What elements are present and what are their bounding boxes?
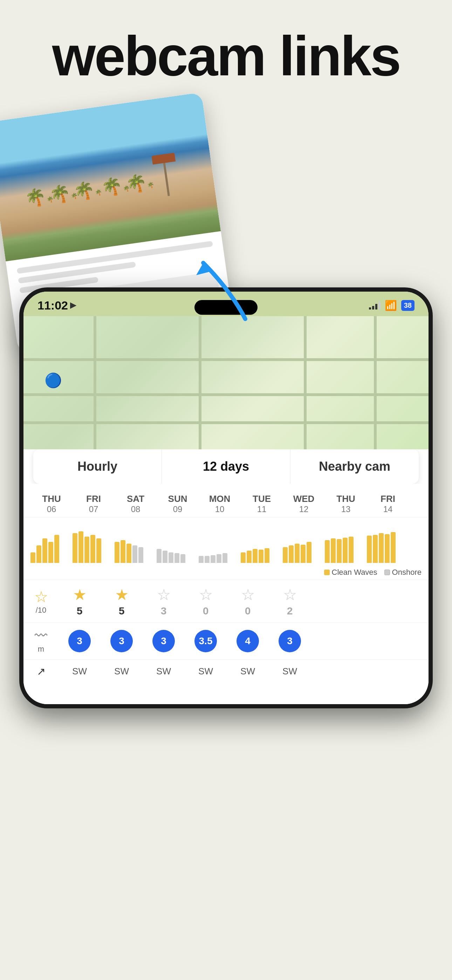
dir-label-1: SW (72, 666, 87, 677)
day-col-tue11: TUE 11 (241, 491, 283, 517)
bar-group-8 (325, 521, 367, 563)
map-road-h1 (24, 358, 428, 361)
tab-nearby[interactable]: Nearby cam (290, 449, 419, 484)
bar-group-2 (73, 521, 115, 563)
bar (175, 553, 180, 563)
tab-hourly[interactable]: Hourly (33, 449, 162, 484)
wave-icon: 〰 (35, 628, 47, 643)
wave-cell-4: 3.5 ↗ (185, 624, 227, 658)
bar (91, 535, 95, 563)
wave-cell-2: 3 ↗ (100, 624, 143, 658)
signal-bars (369, 301, 380, 310)
day-num: 10 (200, 504, 239, 514)
wave-cell-1: 3 ↗ (59, 624, 100, 658)
bar (73, 533, 78, 563)
bar (115, 542, 119, 563)
tab-12days-label: 12 days (203, 459, 249, 474)
bar-group-4 (157, 521, 199, 563)
star-empty: ☆ (199, 586, 213, 604)
rating-row-label: ☆ /10 (24, 582, 59, 620)
day-col-sun09: SUN 09 (157, 491, 199, 517)
bar (223, 553, 228, 563)
day-label: THU (32, 493, 71, 504)
rating-num: 0 (203, 605, 209, 617)
wave-badge-2: 3 ↗ (110, 630, 133, 652)
bar (96, 538, 101, 563)
blue-arrow (182, 256, 259, 328)
bar (343, 538, 348, 563)
bar (54, 535, 59, 563)
day-label: TUE (242, 493, 282, 504)
phone-screen: 11:02 ▶ 📶 38 (24, 292, 428, 704)
map-road-h3 (24, 421, 428, 424)
map-road-v1 (94, 316, 96, 449)
dir-cell-4: SW (185, 660, 227, 682)
legend-onshore: Onshore (384, 568, 422, 577)
wave-unit: m (27, 644, 55, 654)
bar-group-6 (241, 521, 283, 563)
signal-bar-4 (379, 302, 380, 310)
rating-unit: /10 (27, 606, 55, 615)
wave-chart (24, 517, 428, 566)
day-num: 07 (74, 504, 113, 514)
bar (210, 555, 215, 563)
wave-cell-6: 3 ↗ (269, 624, 311, 658)
rating-num: 5 (77, 605, 83, 617)
bar (42, 538, 47, 563)
day-label: MON (200, 493, 239, 504)
rating-cells: ★ 5 ★ 5 ☆ 3 (59, 580, 311, 622)
wifi-icon: 📶 (385, 300, 397, 311)
bar (301, 545, 306, 563)
dir-label-2: SW (114, 666, 129, 677)
day-label: SUN (158, 493, 197, 504)
legend-clean-label: Clean Waves (332, 568, 377, 577)
day-label: WED (284, 493, 323, 504)
legend-dot-clean (324, 570, 330, 575)
rating-num: 2 (287, 605, 293, 617)
bar (30, 552, 35, 563)
bar (264, 548, 269, 563)
wave-cell-3: 3 ↗ (143, 624, 185, 658)
tab-12days[interactable]: 12 days (162, 449, 290, 484)
hero-title: webcam links (21, 28, 431, 84)
dir-label-4: SW (198, 666, 213, 677)
bar (337, 539, 342, 563)
bottom-padding (24, 683, 428, 704)
dir-label-3: SW (156, 666, 171, 677)
legend-onshore-label: Onshore (392, 568, 422, 577)
location-pin: 🔵 (45, 372, 62, 389)
bar-group-3 (115, 521, 157, 563)
tab-hourly-label: Hourly (78, 459, 118, 474)
time-display: 11:02 (38, 299, 68, 312)
day-col-sat08: SAT 08 (115, 491, 157, 517)
bar (199, 556, 204, 563)
legend-area: Clean Waves Onshore (24, 566, 428, 580)
bar (48, 542, 53, 563)
day-num: 09 (158, 504, 197, 514)
bar-group-7 (283, 521, 325, 563)
day-col-thu06: THU 06 (30, 491, 73, 517)
wave-cell-5: 4 ↗ (227, 624, 269, 658)
legend-clean: Clean Waves (324, 568, 377, 577)
day-label: FRI (74, 493, 113, 504)
bar (37, 546, 41, 563)
wave-arrow-icon: ↗ (171, 645, 176, 653)
wave-arrow-icon: ↗ (87, 645, 92, 653)
dir-cell-1: SW (59, 660, 100, 682)
bar (205, 556, 210, 563)
dir-cell-6: SW (269, 660, 311, 682)
bar (259, 550, 264, 563)
wave-value: 3 (287, 635, 293, 647)
star-filled: ★ (73, 586, 86, 604)
hero-section: webcam links (0, 0, 452, 105)
bar (325, 540, 330, 563)
legend-dot-onshore (384, 570, 390, 575)
day-label: SAT (116, 493, 155, 504)
day-col-wed12: WED 12 (283, 491, 325, 517)
day-col-mon10: MON 10 (199, 491, 241, 517)
bar-group-9 (367, 521, 409, 563)
direction-cells: SW SW SW SW SW (59, 660, 311, 682)
dir-cell-5: SW (227, 660, 269, 682)
wave-arrow-icon: ↗ (129, 645, 134, 653)
bar (180, 554, 185, 563)
